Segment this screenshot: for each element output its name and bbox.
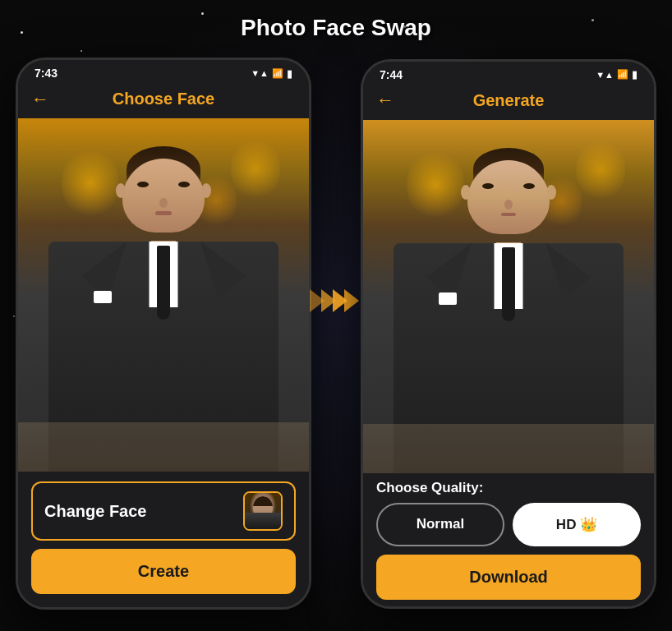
left-light-2 — [231, 136, 280, 202]
thumb-body — [245, 513, 281, 529]
right-nose — [504, 200, 513, 210]
left-status-bar: 7:43 ▼▲ 📶 ▮ — [18, 60, 309, 83]
right-app-header: ← Generate — [363, 85, 654, 120]
download-button[interactable]: Download — [376, 555, 641, 600]
right-ear-r — [546, 185, 556, 200]
right-ear-l — [461, 185, 471, 200]
left-signal-icon: ▼▲ — [251, 68, 269, 78]
create-button[interactable]: Create — [31, 549, 296, 594]
left-table — [18, 422, 309, 472]
right-status-time: 7:44 — [380, 68, 403, 81]
quality-options: Normal HD 👑 — [376, 503, 641, 546]
right-header-title: Generate — [473, 91, 545, 110]
right-light-1 — [407, 148, 464, 222]
left-eye-l — [137, 182, 149, 187]
left-nose — [159, 198, 168, 208]
left-battery-icon: ▮ — [287, 67, 292, 80]
right-tie — [502, 247, 515, 321]
quality-hd-button[interactable]: HD 👑 — [513, 503, 641, 546]
chevron-group — [313, 289, 359, 312]
left-phone: 7:43 ▼▲ 📶 ▮ ← Choose Face — [16, 58, 311, 610]
change-face-button[interactable]: Change Face — [31, 481, 296, 541]
right-status-icons: ▼▲ 📶 ▮ — [596, 68, 637, 81]
right-photo-area — [363, 120, 654, 473]
right-eye-r — [523, 183, 535, 189]
right-mouth — [501, 213, 516, 216]
right-status-bar: 7:44 ▼▲ 📶 ▮ — [363, 62, 654, 85]
left-tie — [157, 246, 170, 320]
change-face-label: Change Face — [44, 502, 146, 521]
right-quality-section: Choose Quality: Normal HD 👑 Download — [363, 473, 654, 606]
phones-container: 7:43 ▼▲ 📶 ▮ ← Choose Face — [16, 58, 656, 610]
right-light-2 — [576, 137, 625, 203]
quality-label: Choose Quality: — [376, 480, 641, 496]
left-status-time: 7:43 — [35, 67, 58, 80]
right-face — [467, 160, 550, 234]
right-eye-l — [482, 183, 494, 189]
left-app-header: ← Choose Face — [18, 83, 309, 118]
left-eye-r — [178, 182, 190, 187]
right-pocket-sq — [439, 292, 457, 305]
right-wifi-icon: 📶 — [617, 69, 628, 80]
left-light-1 — [62, 146, 119, 220]
left-face — [122, 159, 205, 233]
chevron-3 — [333, 289, 348, 312]
left-phone-bottom: Change Face Create — [18, 472, 309, 607]
left-wifi-icon: 📶 — [272, 68, 283, 79]
swap-arrows — [311, 289, 361, 312]
page-title: Photo Face Swap — [241, 15, 431, 41]
right-back-button[interactable]: ← — [376, 90, 394, 111]
right-battery-icon: ▮ — [632, 68, 637, 81]
left-ear-r — [201, 183, 211, 198]
left-mouth — [155, 211, 172, 215]
right-table — [363, 424, 654, 473]
right-phone: 7:44 ▼▲ 📶 ▮ ← Generate — [361, 59, 656, 609]
left-ear-l — [116, 183, 126, 198]
right-signal-icon: ▼▲ — [596, 70, 614, 80]
left-pocket-sq — [94, 291, 112, 303]
left-status-icons: ▼▲ 📶 ▮ — [251, 67, 292, 80]
face-thumbnail — [243, 491, 283, 531]
thumb-hair — [253, 496, 273, 506]
left-photo-area — [18, 118, 309, 472]
left-back-button[interactable]: ← — [31, 89, 49, 110]
quality-normal-button[interactable]: Normal — [376, 503, 504, 546]
left-header-title: Choose Face — [113, 90, 214, 108]
